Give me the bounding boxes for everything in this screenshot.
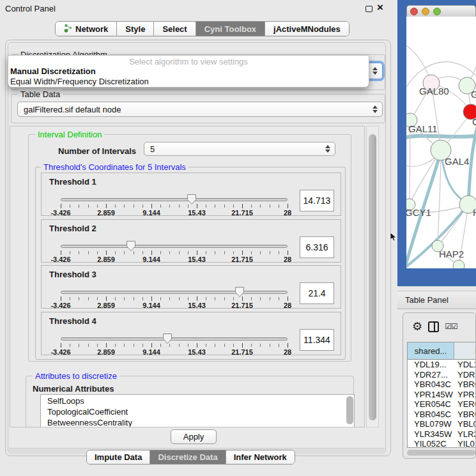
table-row[interactable]: YBL079WYBL0 xyxy=(408,419,476,429)
network-node[interactable] xyxy=(453,260,464,268)
column-header-na[interactable]: na xyxy=(454,342,476,360)
scrollbar-thumb[interactable] xyxy=(407,450,475,456)
node-label: H xyxy=(473,207,476,218)
tick-label: 15.43 xyxy=(188,302,206,309)
network-canvas[interactable]: GAL80GACGAL11GAL4GCY1HHAP2 xyxy=(406,17,476,268)
tab-label: Select xyxy=(162,24,187,34)
tick-mark xyxy=(169,204,170,208)
tick-mark xyxy=(260,204,261,208)
tick-mark xyxy=(142,204,143,208)
scrollbar-thumb[interactable] xyxy=(369,134,376,420)
slider-track[interactable] xyxy=(61,291,288,294)
table-row[interactable]: YBR043CYBR0 xyxy=(408,380,476,390)
zoom-light[interactable] xyxy=(433,8,441,15)
tick-mark xyxy=(70,251,70,254)
tab-discretize-data[interactable]: Discretize Data xyxy=(150,450,225,464)
table-cell: YLR3 xyxy=(455,429,476,440)
slider-thumb[interactable] xyxy=(187,194,197,205)
tick-mark xyxy=(124,251,125,254)
network-window-titlebar[interactable] xyxy=(406,5,476,17)
slider-thumb[interactable] xyxy=(162,333,173,344)
table-row[interactable]: YER054CYER0 xyxy=(408,399,476,410)
tick-mark xyxy=(88,251,89,254)
table-hscrollbar[interactable] xyxy=(407,450,476,456)
threshold-slider[interactable]: -3.4262.8599.14415.4321.71528 xyxy=(61,243,288,263)
node-label: GAL80 xyxy=(419,86,449,96)
number-of-intervals-combobox[interactable]: 5 xyxy=(144,142,335,156)
slider-track[interactable] xyxy=(61,245,288,248)
tick-mark xyxy=(179,297,180,300)
settings-viewport[interactable]: Interval Definition Number of Intervals … xyxy=(10,126,365,427)
table-row[interactable]: YIL052CYIL0 xyxy=(408,439,476,448)
node-table[interactable]: shared...na YDL19...YDL1YDR27...YDR2YBR0… xyxy=(407,342,476,448)
tick-mark xyxy=(79,344,79,347)
tick-mark xyxy=(206,297,206,300)
slider-thumb[interactable] xyxy=(126,240,136,252)
tick-label: 28 xyxy=(284,348,291,356)
tick-mark xyxy=(79,251,79,254)
threshold-slider[interactable]: -3.4262.8599.14415.4321.71528 xyxy=(61,289,288,309)
tab-impute-data[interactable]: Impute Data xyxy=(87,450,150,464)
apply-button[interactable]: Apply xyxy=(171,429,217,444)
select-columns-icon[interactable]: ☑☑ xyxy=(445,322,457,331)
table-row[interactable]: YPR145WYPR1 xyxy=(408,390,476,400)
tick-mark xyxy=(233,204,234,208)
table-row[interactable]: YDR27...YDR2 xyxy=(408,370,476,380)
tick-mark xyxy=(169,297,170,300)
tick-mark xyxy=(142,251,143,254)
slider-track[interactable] xyxy=(61,337,288,341)
threshold-value-field[interactable]: 14.713 xyxy=(300,190,334,211)
tick-mark xyxy=(251,204,252,208)
threshold-value-field[interactable]: 21.4 xyxy=(300,282,334,304)
tick-mark xyxy=(242,204,243,208)
tick-label: 15.43 xyxy=(188,209,206,217)
table-cell: YER054C xyxy=(408,399,455,410)
popup-option-equal-width-frequency-discretization[interactable]: Equal Width/Frequency Discretization xyxy=(8,77,369,87)
popup-option-manual-discretization[interactable]: Manual Discretization xyxy=(8,66,369,77)
threshold-slider[interactable]: -3.4262.8599.14415.4321.71528 xyxy=(61,335,288,356)
attribute-item-betweennesscentrality[interactable]: BetweennessCentrality xyxy=(41,417,354,427)
float-window-icon[interactable] xyxy=(365,6,372,12)
tick-mark xyxy=(270,251,270,254)
network-edge-highlighted[interactable] xyxy=(406,135,476,138)
table-row[interactable]: YBR045CYBR0 xyxy=(408,410,476,420)
tab-style[interactable]: Style xyxy=(116,22,153,36)
attribute-item-selfloops[interactable]: SelfLoops xyxy=(41,395,354,406)
table-row[interactable]: YLR345WYLR3 xyxy=(408,429,476,440)
tab-infer-network[interactable]: Infer Network xyxy=(226,450,295,464)
threshold-label: Threshold 2 xyxy=(49,224,96,233)
gear-icon[interactable]: ⚙ xyxy=(412,321,422,332)
slider-thumb[interactable] xyxy=(234,286,245,298)
tick-mark xyxy=(61,204,61,208)
tick-label: 9.144 xyxy=(142,209,160,217)
close-light[interactable] xyxy=(410,8,418,15)
table-data-combobox[interactable]: galFiltered.sif default node xyxy=(17,102,383,117)
tab-network[interactable]: Network xyxy=(56,22,116,36)
threshold-value-field[interactable]: 6.316 xyxy=(300,236,334,258)
tick-mark xyxy=(142,344,143,347)
columns-icon[interactable] xyxy=(428,321,439,332)
tick-mark xyxy=(224,204,225,208)
tick-mark xyxy=(188,297,188,300)
list-scrollbar[interactable] xyxy=(346,396,353,424)
threshold-slider[interactable]: -3.4262.8599.14415.4321.71528 xyxy=(61,196,288,217)
tick-mark xyxy=(279,251,279,254)
tick-mark xyxy=(188,344,188,347)
tab-jactivemnodules[interactable]: jActiveMNodules xyxy=(265,22,349,36)
settings-scrollbar[interactable] xyxy=(366,126,379,427)
tab-cyni-toolbox[interactable]: Cyni Toolbox xyxy=(196,22,265,36)
table-row[interactable]: YDL19...YDL1 xyxy=(408,360,476,370)
column-header-shared[interactable]: shared... xyxy=(408,342,454,360)
attribute-item-topologicalcoefficient[interactable]: TopologicalCoefficient xyxy=(41,406,354,417)
tab-select[interactable]: Select xyxy=(153,22,195,36)
tick-mark xyxy=(233,297,234,300)
interval-definition-group: Interval Definition Number of Intervals … xyxy=(28,134,351,362)
threshold-value-field[interactable]: 11.344 xyxy=(300,329,334,351)
tick-mark xyxy=(61,343,61,348)
tick-mark xyxy=(288,296,288,301)
numerical-attributes-label: Numerical Attributes xyxy=(33,384,114,394)
numerical-attributes-list[interactable]: SelfLoopsTopologicalCoefficientBetweenne… xyxy=(40,394,355,427)
close-icon[interactable]: × xyxy=(377,1,383,14)
minimize-light[interactable] xyxy=(422,8,429,15)
slider-track[interactable] xyxy=(61,198,288,201)
